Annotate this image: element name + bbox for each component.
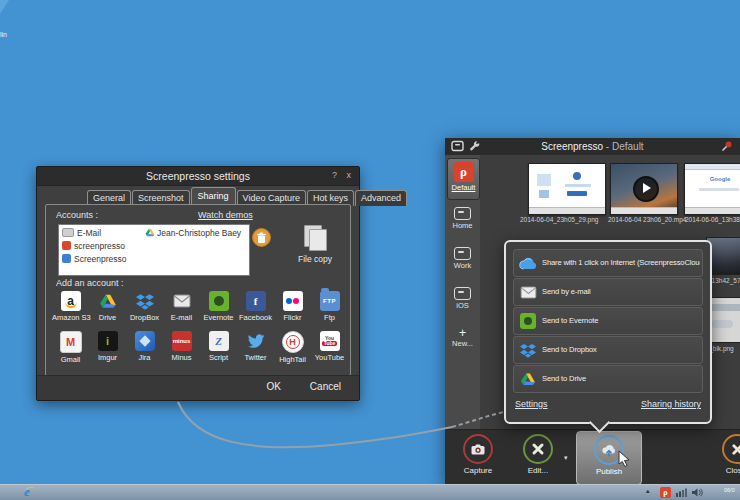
desktop: lin Screenpresso settings ? x GeneralScr…: [0, 0, 740, 500]
envelope-icon: [519, 283, 537, 301]
provider-label: YouTube: [311, 353, 348, 362]
share-item-label: Send to Evernote: [542, 316, 700, 325]
thumbnail-video[interactable]: [610, 163, 678, 215]
provider-dropbox[interactable]: DropBox: [126, 291, 163, 322]
provider-amazon-s3[interactable]: a Amazon S3: [52, 291, 89, 322]
account-row-screenpresso-cloud[interactable]: Screenpresso: [62, 254, 126, 264]
cloud-icon: [519, 254, 537, 272]
pin-icon[interactable]: [721, 140, 733, 152]
popup-settings-link[interactable]: Settings: [515, 399, 548, 409]
thumbnail-filename: 2014-06-06_13h38_14: [685, 216, 740, 223]
provider-label: Flickr: [274, 313, 311, 322]
ok-button[interactable]: OK: [267, 381, 281, 392]
ftp-folder-icon: FTP: [320, 291, 340, 311]
account-row-drive[interactable]: Jean-Christophe Baey: [145, 228, 241, 238]
provider-hightail[interactable]: H HighTail: [274, 331, 311, 364]
settings-tabs: GeneralScreenshotSharingVideo CaptureHot…: [87, 188, 408, 204]
thumbnail-image[interactable]: Google: [684, 163, 740, 215]
sidebar-item-default[interactable]: ρ Default: [447, 158, 480, 200]
sharing-panel: Accounts : Watch demos E-Mail screenpres…: [45, 204, 351, 376]
dropbox-icon: [519, 341, 537, 359]
account-row-screenpresso[interactable]: screenpresso: [62, 241, 125, 251]
document-icon: [309, 229, 327, 251]
taskbar-clock[interactable]: 06/0: [724, 487, 735, 493]
edit-button[interactable]: Edit...: [510, 434, 566, 475]
send-email-item[interactable]: Send by e-mail: [513, 278, 703, 306]
provider-flickr[interactable]: Flickr: [274, 291, 311, 322]
app-title: Screenpresso: [541, 141, 603, 152]
tray-screenpresso-icon[interactable]: ρ: [660, 487, 671, 498]
account-name: screenpresso: [74, 241, 125, 251]
sidebar-item-work[interactable]: Work: [445, 247, 480, 270]
account-row-email[interactable]: E-Mail: [62, 228, 101, 238]
watch-demos-link[interactable]: Watch demos: [198, 210, 253, 220]
mouse-cursor: [618, 450, 632, 468]
tab-sharing[interactable]: Sharing: [191, 187, 236, 205]
provider-label: Script: [200, 353, 237, 362]
thumbnail-image[interactable]: [528, 163, 606, 215]
cancel-button[interactable]: Cancel: [310, 381, 341, 392]
recycle-bin-icon[interactable]: [0, 0, 9, 14]
provider-drive[interactable]: Drive: [89, 291, 126, 322]
sidebar-item-ios[interactable]: iOS: [445, 287, 480, 310]
script-icon: Z: [209, 331, 229, 351]
workspace-box-icon: [454, 287, 471, 300]
evernote-icon: [519, 312, 537, 330]
hightail-icon: H: [282, 331, 304, 353]
tray-show-hidden-icon[interactable]: ▴: [646, 487, 650, 495]
delete-account-button[interactable]: [252, 228, 271, 247]
twitter-bird-icon: [246, 331, 266, 351]
provider-label: Twitter: [237, 353, 274, 362]
account-name: E-Mail: [77, 228, 101, 238]
provider-jira[interactable]: Jira: [126, 331, 163, 362]
provider-label: Gmail: [52, 355, 89, 364]
close-button[interactable]: Clos...: [709, 434, 740, 475]
provider-label: Imgur: [89, 353, 126, 362]
provider-minus[interactable]: minus Minus: [163, 331, 200, 362]
provider-script[interactable]: Z Script: [200, 331, 237, 362]
provider-facebook[interactable]: f Facebook: [237, 291, 274, 322]
main-window-title: Screenpresso - Default: [445, 141, 740, 152]
plus-icon: +: [445, 327, 480, 339]
share-item-label: Send to Drive: [542, 374, 700, 383]
provider-gmail[interactable]: M Gmail: [52, 331, 89, 364]
provider-label: Evernote: [200, 313, 237, 322]
sidebar-item-label: Default: [452, 183, 476, 192]
workspace-title: - Default: [606, 141, 644, 152]
network-icon[interactable]: [676, 488, 687, 497]
provider-ftp[interactable]: FTP Ftp: [311, 291, 348, 322]
share-cloud-item[interactable]: Share with 1 click on Internet (Screenpr…: [513, 249, 703, 277]
send-dropbox-item[interactable]: Send to Dropbox: [513, 336, 703, 364]
provider-label: HighTail: [274, 355, 311, 364]
accounts-list[interactable]: E-Mail screenpresso Screenpresso Jean-Ch…: [58, 224, 250, 276]
provider-label: Jira: [126, 353, 163, 362]
send-drive-item[interactable]: Send to Drive: [513, 365, 703, 393]
tab-advanced[interactable]: Advanced: [355, 190, 407, 206]
close-window-button[interactable]: x: [347, 170, 352, 180]
provider-label: E-mail: [163, 313, 200, 322]
provider-email[interactable]: E-mail: [163, 291, 200, 322]
settings-titlebar[interactable]: Screenpresso settings ? x: [37, 167, 359, 186]
send-evernote-item[interactable]: Send to Evernote: [513, 307, 703, 335]
trash-icon: [256, 232, 267, 244]
main-titlebar[interactable]: Screenpresso - Default: [445, 138, 740, 155]
sidebar-item-home[interactable]: Home: [445, 207, 480, 230]
publish-button[interactable]: Publish: [576, 431, 642, 485]
sharing-history-link[interactable]: Sharing history: [641, 399, 701, 409]
add-account-label: Add an account :: [56, 278, 124, 288]
internet-explorer-icon[interactable]: e: [24, 485, 30, 499]
provider-label: Minus: [163, 353, 200, 362]
provider-evernote[interactable]: Evernote: [200, 291, 237, 322]
capture-button[interactable]: Capture: [450, 434, 506, 475]
toolbar-label: Clos...: [726, 466, 740, 475]
google-drive-icon: [519, 370, 537, 388]
edit-dropdown-caret[interactable]: ▾: [564, 454, 568, 462]
provider-youtube[interactable]: YouTube YouTube: [311, 331, 348, 362]
sidebar-item-new[interactable]: + New...: [445, 327, 480, 348]
provider-twitter[interactable]: Twitter: [237, 331, 274, 362]
file-copy-label: File copy: [286, 254, 344, 264]
screenpresso-cloud-icon: [62, 254, 71, 263]
help-button[interactable]: ?: [332, 170, 337, 180]
provider-imgur[interactable]: i Imgur: [89, 331, 126, 362]
speaker-icon[interactable]: [692, 488, 703, 497]
